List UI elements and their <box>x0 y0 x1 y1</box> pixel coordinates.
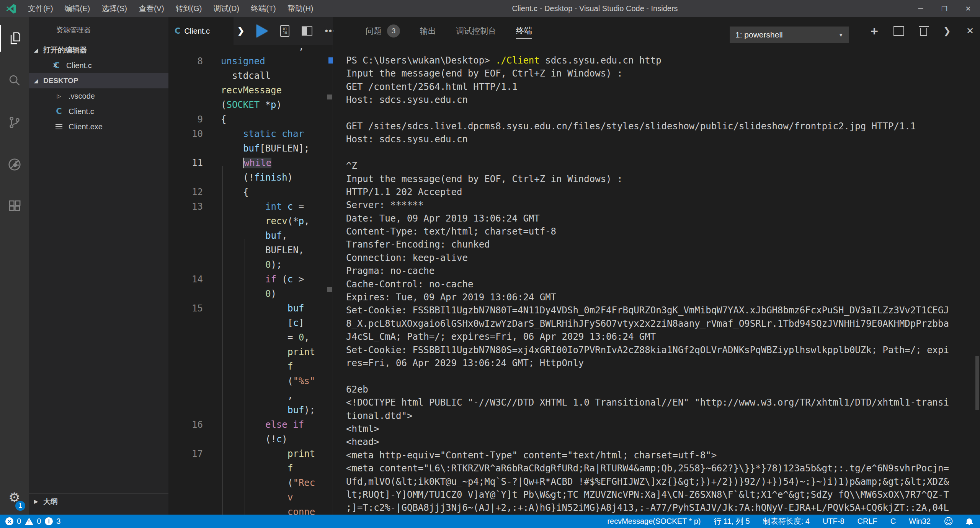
menu-item[interactable]: 帮助(H) <box>282 0 319 17</box>
list-item[interactable]: Client.exe <box>29 119 168 134</box>
list-item[interactable]: CClient.c <box>29 104 168 119</box>
explorer-icon[interactable] <box>0 25 29 52</box>
menu-item[interactable]: 编辑(E) <box>59 0 96 17</box>
menu-item[interactable]: 终端(T) <box>245 0 282 17</box>
debug-icon[interactable] <box>0 151 29 178</box>
window-title: Client.c - Desktop - Visual Studio Code … <box>512 0 678 17</box>
file-label: Client.c <box>69 107 94 116</box>
error-status: ✕0 <box>5 517 21 526</box>
close-icon[interactable]: ✕ <box>52 61 58 70</box>
menu-bar: 文件(F)编辑(E)选择(S)查看(V)转到(G)调试(D)终端(T)帮助(H) <box>22 0 319 17</box>
code-line: (SOCKET *p) <box>168 98 333 112</box>
terminal-line: 8_X.pcL8tuXOxgaio6lGSHx0wIzwYzDarS_BWLRH… <box>346 317 974 330</box>
terminal-line: <html> <box>346 422 974 435</box>
maximize-panel-icon[interactable]: ❯ <box>943 26 951 36</box>
code-line: buf[BUFLEN]; <box>168 141 333 156</box>
binary-file-icon[interactable]: 0110 <box>280 25 289 37</box>
window-controls: ─ ❐ ✕ <box>909 0 980 17</box>
terminal-line: Cache-Control: no-cache <box>346 278 974 291</box>
outline-section[interactable]: ▶ 大纲 <box>29 493 168 509</box>
chevron-collapsed-icon: ▶ <box>34 499 38 504</box>
encoding[interactable]: UTF-8 <box>823 517 844 526</box>
terminal-line: Set-Cookie: FSSBBIl1UgzbN7N80S=xj4xGRI00… <box>346 344 974 357</box>
code-line: 15buf <box>168 301 333 316</box>
code-line: 10static char <box>168 127 333 141</box>
terminal-line: Pragma: no-cache <box>346 264 974 277</box>
tab-client-c[interactable]: C Client.c <box>168 17 234 45</box>
split-terminal-icon[interactable] <box>893 26 904 36</box>
split-editor-icon[interactable] <box>302 26 312 36</box>
panel-tabs: 问题3输出调试控制台终端 <box>333 17 532 45</box>
search-icon[interactable] <box>0 67 29 94</box>
menu-item[interactable]: 调试(D) <box>207 0 245 17</box>
code-line: [c] <box>168 316 333 330</box>
minimize-button[interactable]: ─ <box>909 0 933 17</box>
menu-item[interactable]: 查看(V) <box>133 0 170 17</box>
panel-tab-终端[interactable]: 终端 <box>516 17 532 45</box>
eol[interactable]: CRLF <box>858 517 877 526</box>
extensions-icon[interactable] <box>0 193 29 220</box>
code-editor[interactable]: ,8unsigned__stdcallrecvMessage(SOCKET *p… <box>168 45 333 515</box>
terminal-select[interactable]: 1: powershell ▼ <box>730 26 849 43</box>
warning-status: 0 <box>25 517 41 526</box>
menu-item[interactable]: 转到(G) <box>170 0 208 17</box>
open-editor-item[interactable]: ✕CClient.c <box>29 58 168 73</box>
code-line: 11while <box>168 156 333 170</box>
panel-tab-label: 终端 <box>516 23 532 39</box>
tab-size[interactable]: 制表符长度: 4 <box>763 516 810 526</box>
scrollbar-handle[interactable] <box>327 95 332 99</box>
folder-section[interactable]: ◢ DESKTOP <box>29 73 168 88</box>
terminal-line <box>346 370 974 383</box>
chevron-right-icon: ▷ <box>57 93 61 99</box>
panel-tab-问题[interactable]: 问题3 <box>366 17 400 45</box>
title-bar: 文件(F)编辑(E)选择(S)查看(V)转到(G)调试(D)终端(T)帮助(H)… <box>0 0 980 17</box>
vscode-window: 文件(F)编辑(E)选择(S)查看(V)转到(G)调试(D)终端(T)帮助(H)… <box>0 0 980 528</box>
panel-tab-label: 调试控制台 <box>456 23 496 39</box>
code-line: 8unsigned <box>168 54 333 68</box>
notifications-bell-icon[interactable] <box>966 518 972 525</box>
menu-item[interactable]: 选择(S) <box>96 0 133 17</box>
line-number: 12 <box>168 185 203 199</box>
code-line: 0) <box>168 287 333 301</box>
terminal-scrollbar[interactable] <box>975 356 979 410</box>
platform[interactable]: Win32 <box>909 517 931 526</box>
symbol-status[interactable]: recvMessage(SOCKET * p) <box>607 517 701 526</box>
restore-button[interactable]: ❐ <box>933 0 956 17</box>
terminal-line: 62eb <box>346 383 974 396</box>
new-terminal-icon[interactable]: + <box>871 24 878 39</box>
source-control-icon[interactable] <box>0 109 29 136</box>
code-line: buf); <box>168 403 333 417</box>
file-label: Client.exe <box>69 122 103 131</box>
problems-badge: 3 <box>387 24 400 37</box>
terminal-output[interactable]: PS C:\Users\wukan\Desktop> ./Client sdcs… <box>346 45 974 515</box>
menu-item[interactable]: 文件(F) <box>22 0 59 17</box>
scrollbar-handle[interactable] <box>327 287 332 292</box>
close-panel-icon[interactable]: ✕ <box>966 26 974 36</box>
line-number: 10 <box>168 127 203 141</box>
problems-status[interactable]: ✕00i3 <box>0 517 60 526</box>
chevron-down-icon: ▼ <box>838 32 843 38</box>
run-code-icon[interactable] <box>256 24 268 37</box>
terminal-panel: 问题3输出调试控制台终端 1: powershell ▼ + ❯ ✕ PS C:… <box>333 17 980 515</box>
vscode-insiders-logo-icon <box>5 3 17 15</box>
line-number: 14 <box>168 272 203 287</box>
terminal-line: Ufd,mlVO(&lt;ik0KT@u_~p4;Mq`S-?|Qw+R*ACB… <box>346 475 974 488</box>
breadcrumb-chevron-icon: ❯ <box>237 26 244 36</box>
language-mode[interactable]: C <box>890 517 896 526</box>
code-line: f <box>168 359 333 374</box>
terminal-line: Server: ****** <box>346 199 974 212</box>
cursor-position[interactable]: 行 11, 列 5 <box>714 516 750 526</box>
open-editors-section[interactable]: ◢ 打开的编辑器 <box>29 42 168 58</box>
kill-terminal-icon[interactable] <box>920 26 928 36</box>
close-button[interactable]: ✕ <box>956 0 980 17</box>
open-editors-list: ✕CClient.c <box>29 58 168 73</box>
code-line: conne <box>168 505 333 515</box>
list-item[interactable]: ▷.vscode <box>29 88 168 104</box>
panel-tab-调试控制台[interactable]: 调试控制台 <box>456 17 496 45</box>
error-icon: ✕ <box>5 517 13 525</box>
code-line: ("%s" <box>168 374 333 388</box>
feedback-smiley-icon[interactable]: ☺ <box>944 516 953 527</box>
panel-tab-输出[interactable]: 输出 <box>420 17 436 45</box>
code-line: recv(*p, <box>168 214 333 228</box>
code-line: 14if (c > <box>168 272 333 287</box>
